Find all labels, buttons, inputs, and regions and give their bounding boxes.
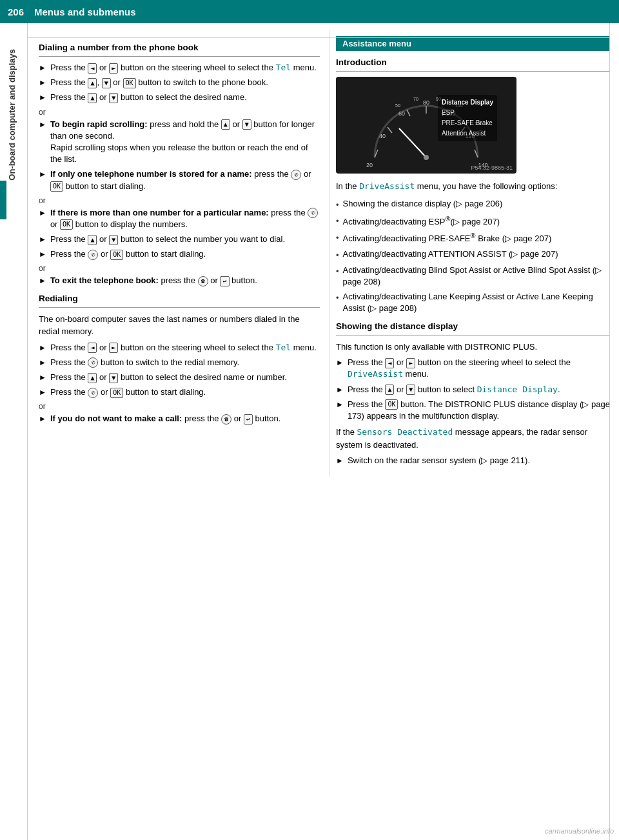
step6-content: If there is more than one number for a p… — [50, 207, 320, 230]
back-btn2[interactable]: ↩ — [220, 276, 229, 286]
bullet-arrow-icon: ► — [336, 385, 344, 395]
list-item: • Showing the distance display (▷ page 2… — [336, 198, 610, 211]
bullet-arrow-icon: ► — [39, 119, 46, 130]
section-redialing-heading: Redialing — [39, 294, 320, 303]
or-separator: or — [39, 402, 320, 411]
list-item: ► Press the ▲ or ▼ button to select the … — [39, 372, 320, 383]
overlay-line2: PRE-SAFE Brake — [442, 118, 493, 128]
svg-text:60: 60 — [398, 110, 405, 117]
right-arrow-btn[interactable]: ► — [406, 358, 415, 368]
ok-btn[interactable]: OK — [110, 250, 123, 260]
overlay-line3: Attention Assist — [442, 128, 493, 139]
d3-content: Press the OK button. The DISTRONIC PLUS … — [348, 399, 610, 422]
sidebar-label: On-board computer and displays — [0, 23, 23, 840]
up-arrow-btn[interactable]: ▲ — [88, 373, 97, 383]
list-item: ► Press the ◄ or ► button on the steerin… — [39, 342, 320, 354]
d1-content: Press the ◄ or ► button on the steering … — [348, 357, 610, 380]
back-btn[interactable]: ☎ — [221, 414, 231, 425]
left-arrow-btn[interactable]: ◄ — [88, 63, 97, 74]
option1-text: Showing the distance display (▷ page 206… — [343, 198, 503, 210]
up-arrow-btn[interactable]: ▲ — [88, 78, 97, 88]
page-border-top — [27, 37, 610, 38]
list-item: • Activating/deactivating ATTENTION ASSI… — [336, 248, 610, 261]
option-bullet-icon: • — [336, 232, 339, 244]
driveassist-mono: DriveAssist — [348, 369, 403, 379]
main-content: Dialing a number from the phone book ► P… — [32, 30, 619, 477]
bullet-arrow-icon: ► — [39, 63, 46, 74]
up-arrow-btn[interactable]: ▲ — [88, 93, 97, 103]
header-bar: 206 Menus and submenus — [0, 0, 619, 23]
dialing-steps-list-2: ► To begin rapid scrolling: press and ho… — [39, 119, 320, 192]
bullet-arrow-icon: ► — [39, 414, 46, 425]
tel-mono: Tel — [276, 63, 291, 72]
right-arrow-btn[interactable]: ► — [109, 343, 118, 353]
section-redialing: Redialing The on-board computer saves th… — [39, 294, 320, 425]
ok-btn[interactable]: OK — [50, 181, 63, 192]
ok-btn[interactable]: OK — [60, 219, 73, 230]
bullet-arrow-icon: ► — [39, 169, 46, 180]
svg-text:40: 40 — [379, 133, 386, 139]
option-bullet-icon: • — [336, 266, 339, 277]
list-item: ► Switch on the radar sensor system (▷ p… — [336, 455, 610, 466]
sensor-text: If the Sensors Deactivated message appea… — [336, 426, 610, 451]
list-item: ► Press the ◄ or ► button on the steerin… — [39, 62, 320, 74]
step7-content: Press the ▲ or ▼ button to select the nu… — [50, 234, 320, 245]
redialing-intro: The on-board computer saves the last nam… — [39, 313, 320, 338]
list-item: • Activating/deactivating PRE-SAFE® Brak… — [336, 231, 610, 245]
back-btn[interactable]: ☎ — [198, 276, 208, 286]
call-btn[interactable]: ✆ — [88, 357, 98, 368]
right-arrow-btn[interactable]: ► — [109, 63, 118, 74]
divider-distance — [336, 335, 610, 335]
bullet-arrow-icon: ► — [39, 343, 46, 354]
back-btn2[interactable]: ↩ — [244, 414, 253, 425]
list-item: ► Press the OK button. The DISTRONIC PLU… — [336, 399, 610, 422]
option2-text: Activating/deactivating ESP®(▷ page 207) — [343, 214, 500, 228]
down-arrow-btn[interactable]: ▼ — [406, 385, 415, 395]
r2-content: Press the ✆ button to switch to the redi… — [50, 357, 320, 368]
option-bullet-icon: • — [336, 199, 339, 211]
or-separator: or — [39, 108, 320, 117]
list-item: • Activating/deactivating Lane Keeping A… — [336, 291, 610, 314]
ok-btn[interactable]: OK — [123, 78, 136, 88]
down-arrow-btn[interactable]: ▼ — [109, 235, 118, 245]
step2-content: Press the ▲, ▼ or OK button to switch to… — [50, 77, 320, 88]
down-arrow-btn[interactable]: ▼ — [109, 373, 118, 383]
bold-label: If there is more than one number for a p… — [50, 208, 269, 217]
or-separator: or — [39, 264, 320, 273]
bullet-arrow-icon: ► — [39, 275, 46, 286]
r4-content: Press the ✆ or OK button to start dialin… — [50, 386, 320, 398]
left-arrow-btn[interactable]: ◄ — [88, 343, 97, 353]
up-arrow-btn[interactable]: ▲ — [88, 235, 97, 245]
list-item: ► To exit the telephone book: press the … — [39, 275, 320, 286]
dialing-steps-list-4: ► To exit the telephone book: press the … — [39, 275, 320, 286]
ok-btn[interactable]: OK — [110, 388, 123, 398]
call-btn[interactable]: ✆ — [88, 388, 98, 398]
down-arrow-btn[interactable]: ▼ — [109, 93, 118, 103]
down-arrow-btn[interactable]: ▼ — [242, 119, 251, 130]
up-arrow-btn[interactable]: ▲ — [221, 119, 230, 130]
list-item: • Activating/deactivating ESP®(▷ page 20… — [336, 214, 610, 228]
step1-content: Press the ◄ or ► button on the steering … — [50, 62, 320, 74]
options-list: • Showing the distance display (▷ page 2… — [336, 198, 610, 315]
page-border-left — [27, 23, 28, 840]
r3-content: Press the ▲ or ▼ button to select the de… — [50, 372, 320, 383]
call-btn[interactable]: ✆ — [88, 250, 98, 260]
page-number: 206 — [8, 6, 24, 17]
call-btn[interactable]: ✆ — [308, 208, 318, 218]
list-item: ► Press the ✆ or OK button to start dial… — [39, 248, 320, 260]
option5-text: Activating/deactivating Blind Spot Assis… — [343, 265, 610, 288]
ok-btn[interactable]: OK — [385, 399, 398, 410]
step3-content: Press the ▲ or ▼ button to select the de… — [50, 92, 320, 103]
option4-text: Activating/deactivating ATTENTION ASSIST… — [343, 248, 558, 260]
switch-on-content: Switch on the radar sensor system (▷ pag… — [348, 455, 610, 466]
list-item: ► If you do not want to make a call: pre… — [39, 413, 320, 425]
up-arrow-btn[interactable]: ▲ — [385, 385, 394, 395]
header-title: Menus and submenus — [34, 6, 136, 17]
bullet-arrow-icon: ► — [39, 249, 46, 260]
left-arrow-btn[interactable]: ◄ — [385, 358, 394, 368]
call-btn[interactable]: ✆ — [291, 170, 301, 180]
list-item: ► If only one telephone number is stored… — [39, 168, 320, 192]
option-bullet-icon: • — [336, 215, 339, 227]
bold-label: To exit the telephone book: — [50, 275, 159, 285]
down-arrow-btn[interactable]: ▼ — [102, 78, 111, 88]
